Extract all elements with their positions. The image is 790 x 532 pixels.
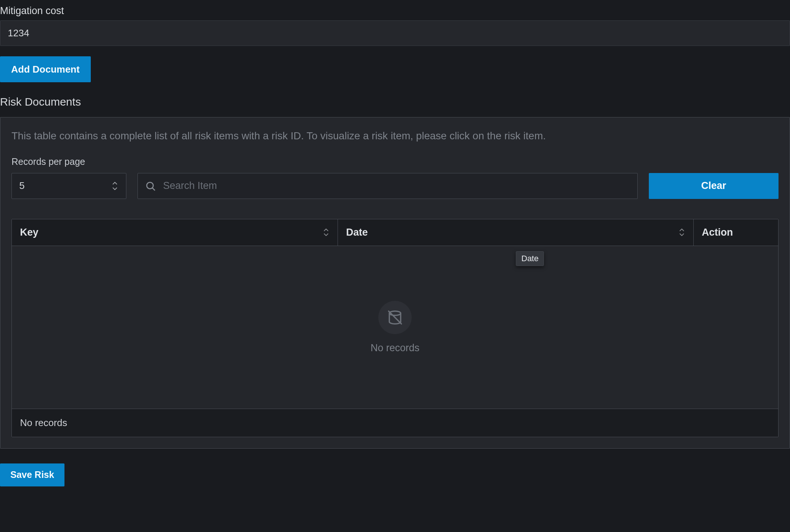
add-document-button[interactable]: Add Document [0, 56, 91, 82]
column-header-action-label: Action [702, 227, 733, 238]
search-icon [145, 180, 156, 192]
mitigation-cost-label: Mitigation cost [0, 5, 790, 17]
clear-button[interactable]: Clear [649, 173, 779, 199]
column-header-key-label: Key [20, 227, 39, 238]
table-empty-body: No records [12, 246, 778, 409]
sort-icon [323, 228, 329, 237]
chevron-updown-icon [111, 181, 119, 191]
column-header-date[interactable]: Date [338, 219, 694, 246]
no-records-text: No records [371, 342, 419, 354]
table-header-row: Key Date [12, 219, 778, 246]
risk-documents-card: This table contains a complete list of a… [0, 117, 790, 449]
sort-icon [678, 228, 685, 237]
records-per-page-value: 5 [19, 180, 24, 192]
column-header-key[interactable]: Key [12, 219, 338, 246]
column-header-action: Action [694, 219, 778, 246]
risk-documents-title: Risk Documents [0, 96, 790, 108]
records-per-page-label: Records per page [11, 156, 126, 167]
risk-documents-table: Key Date [11, 219, 779, 437]
no-records-icon [378, 301, 412, 334]
table-footer: No records [12, 409, 778, 437]
mitigation-cost-input[interactable] [0, 20, 790, 46]
records-per-page-select[interactable]: 5 [11, 173, 126, 199]
risk-documents-description: This table contains a complete list of a… [11, 129, 779, 144]
search-input[interactable] [137, 173, 638, 199]
column-header-date-label: Date [346, 227, 368, 238]
svg-line-1 [152, 188, 155, 190]
save-risk-button[interactable]: Save Risk [0, 463, 64, 486]
svg-line-3 [389, 311, 402, 324]
